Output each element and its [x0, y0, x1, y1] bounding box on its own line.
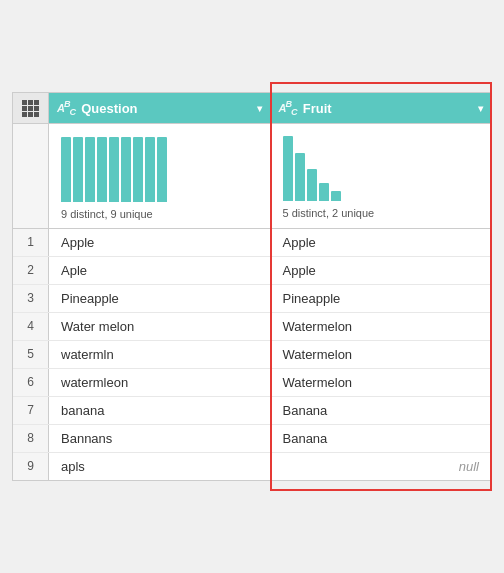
fruit-cell: Pineapple	[271, 285, 492, 312]
question-cell: Apple	[49, 229, 271, 256]
question-bars	[61, 132, 167, 202]
fruit-cell: Banana	[271, 425, 492, 452]
table-row: 4Water melonWatermelon	[13, 313, 491, 341]
fruit-cell: Apple	[271, 229, 492, 256]
fruit-cell: Watermelon	[271, 341, 492, 368]
question-cell: apls	[49, 453, 271, 480]
row-number: 2	[13, 257, 49, 284]
question-header-label: Question	[81, 101, 250, 116]
data-table: ABC Question ▾ ABC Fruit ▾ 9 distinct, 9…	[12, 82, 492, 491]
fruit-cell: Banana	[271, 397, 492, 424]
table-row: 6watermleonWatermelon	[13, 369, 491, 397]
bar	[157, 137, 167, 202]
bar	[73, 137, 83, 202]
fruit-chart-cell: 5 distinct, 2 unique	[271, 123, 493, 229]
grid-icon	[22, 100, 39, 117]
bar	[133, 137, 143, 202]
bar	[61, 137, 71, 202]
fruit-cell: Apple	[271, 257, 492, 284]
question-chart-cell: 9 distinct, 9 unique	[49, 124, 272, 228]
question-cell: banana	[49, 397, 271, 424]
abc-icon-question: ABC	[57, 99, 75, 117]
chart-row: 9 distinct, 9 unique 5 distinct, 2 uniqu…	[13, 124, 491, 229]
question-chart-label: 9 distinct, 9 unique	[61, 208, 153, 220]
bar	[145, 137, 155, 202]
table-container: ABC Question ▾ ABC Fruit ▾ 9 distinct, 9…	[12, 92, 492, 481]
question-cell: Water melon	[49, 313, 271, 340]
header-row: ABC Question ▾ ABC Fruit ▾	[13, 93, 491, 124]
row-number: 9	[13, 453, 49, 480]
question-cell: Pineapple	[49, 285, 271, 312]
question-dropdown-arrow[interactable]: ▾	[257, 103, 262, 114]
bar	[283, 136, 293, 201]
table-row: 9aplsnull	[13, 453, 491, 480]
fruit-cell: Watermelon	[271, 313, 492, 340]
bar	[295, 153, 305, 201]
question-cell: watermleon	[49, 369, 271, 396]
table-row: 1AppleApple	[13, 229, 491, 257]
fruit-bars	[283, 131, 341, 201]
table-row: 5watermlnWatermelon	[13, 341, 491, 369]
row-number: 3	[13, 285, 49, 312]
chart-row-num	[13, 124, 49, 228]
row-number: 5	[13, 341, 49, 368]
fruit-column-header[interactable]: ABC Fruit ▾	[271, 93, 492, 123]
fruit-cell: null	[271, 453, 492, 480]
question-cell: Aple	[49, 257, 271, 284]
bar	[331, 191, 341, 201]
data-rows-container: 1AppleApple2ApleApple3PineapplePineapple…	[13, 229, 491, 480]
question-cell: Bannans	[49, 425, 271, 452]
bar	[97, 137, 107, 202]
row-number: 7	[13, 397, 49, 424]
bar	[121, 137, 131, 202]
fruit-header-label: Fruit	[303, 101, 472, 116]
fruit-chart-label: 5 distinct, 2 unique	[283, 207, 375, 219]
null-value: null	[283, 459, 480, 474]
question-cell: watermln	[49, 341, 271, 368]
table-row: 2ApleApple	[13, 257, 491, 285]
row-number: 1	[13, 229, 49, 256]
table-row: 8BannansBanana	[13, 425, 491, 453]
table-row: 3PineapplePineapple	[13, 285, 491, 313]
fruit-dropdown-arrow[interactable]: ▾	[478, 103, 483, 114]
row-number: 8	[13, 425, 49, 452]
row-number: 6	[13, 369, 49, 396]
row-number-header	[13, 93, 49, 123]
bar	[307, 169, 317, 201]
row-number: 4	[13, 313, 49, 340]
abc-icon-fruit: ABC	[279, 99, 297, 117]
bar	[85, 137, 95, 202]
bar	[319, 183, 329, 201]
table-row: 7bananaBanana	[13, 397, 491, 425]
fruit-cell: Watermelon	[271, 369, 492, 396]
question-column-header[interactable]: ABC Question ▾	[49, 93, 271, 123]
bar	[109, 137, 119, 202]
